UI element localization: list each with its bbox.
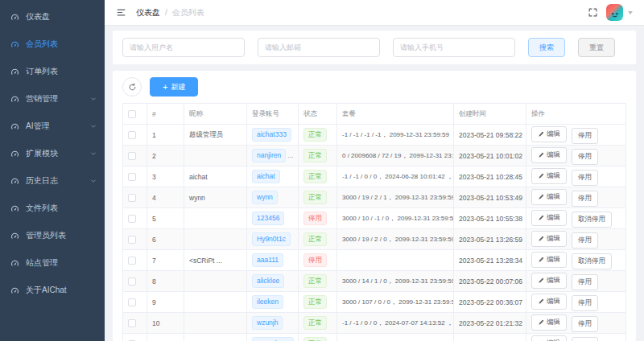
- chevron-down-icon[interactable]: [628, 11, 633, 14]
- row-actions-cell: 编辑 停用: [526, 334, 626, 341]
- status-badge: 正常: [303, 128, 327, 142]
- sidebar-item-label: 站点管理: [26, 257, 58, 269]
- reset-button[interactable]: 重置: [578, 38, 615, 57]
- toggle-status-button[interactable]: 停用: [572, 128, 598, 144]
- edit-button[interactable]: 编辑: [531, 210, 567, 226]
- sidebar-item-about[interactable]: 关于AIChat: [0, 277, 105, 304]
- row-account-cell: yangshanya: [247, 334, 299, 341]
- edit-button[interactable]: 编辑: [531, 252, 567, 268]
- table-card: + 新建 # 昵称 登录账号: [113, 71, 636, 341]
- sidebar-item-extensions[interactable]: 扩展模块: [0, 140, 105, 167]
- edit-button[interactable]: 编辑: [531, 168, 567, 184]
- phone-input[interactable]: [393, 38, 515, 57]
- edit-button[interactable]: 编辑: [531, 126, 567, 142]
- edit-button-label: 编辑: [547, 171, 560, 181]
- edit-button[interactable]: 编辑: [531, 231, 567, 247]
- toggle-status-button[interactable]: 停用: [572, 316, 598, 332]
- row-created-cell: 2023-05-22 00:36:07: [454, 292, 526, 313]
- sidebar-item-dashboard[interactable]: 仪表盘: [0, 3, 105, 31]
- table-row: 5 123456 停用 3000 / 10 / -1 / 0， 2099-12-…: [123, 208, 626, 229]
- sidebar-item-ai[interactable]: AI管理: [0, 113, 105, 140]
- members-table: # 昵称 登录账号 状态 套餐 创建时间 操作 1 超级管理员 aichat33…: [122, 103, 626, 341]
- sidebar-item-site[interactable]: 站点管理: [0, 249, 105, 277]
- edit-button-label: 编辑: [547, 213, 560, 223]
- sidebar-item-files[interactable]: 文件列表: [0, 195, 105, 222]
- breadcrumb-root[interactable]: 仪表盘: [136, 7, 160, 18]
- row-actions-cell: 编辑 取消停用: [526, 208, 626, 229]
- chevron-down-icon: [90, 123, 97, 129]
- email-input[interactable]: [258, 38, 380, 57]
- fullscreen-icon[interactable]: [588, 7, 598, 18]
- pencil-icon: [538, 319, 544, 326]
- sidebar-item-orders[interactable]: 订单列表: [0, 58, 105, 85]
- dashboard-gauge-icon: [10, 177, 19, 186]
- pencil-icon: [538, 257, 544, 263]
- row-created-cell: 2023-05-21 13:26:59: [454, 229, 526, 250]
- row-account-cell: ileeken: [247, 292, 299, 313]
- create-button[interactable]: + 新建: [150, 77, 198, 97]
- edit-button[interactable]: 编辑: [531, 314, 567, 331]
- search-button[interactable]: 搜索: [528, 38, 565, 57]
- edit-button[interactable]: 编辑: [531, 189, 567, 205]
- breadcrumb-current: 会员列表: [172, 7, 204, 18]
- row-nickname-cell: <sCRiPt ...: [184, 250, 247, 271]
- edit-button[interactable]: 编辑: [531, 335, 567, 341]
- toggle-status-button[interactable]: 取消停用: [572, 212, 612, 228]
- toggle-status-label: 取消停用: [578, 257, 605, 266]
- row-checkbox[interactable]: [128, 131, 136, 139]
- toggle-status-button[interactable]: 停用: [572, 170, 598, 186]
- sidebar-item-admins[interactable]: 管理员列表: [0, 222, 105, 249]
- edit-button[interactable]: 编辑: [531, 294, 567, 310]
- username-input[interactable]: [122, 38, 245, 57]
- refresh-button[interactable]: [122, 77, 142, 97]
- dashboard-gauge-icon: [10, 150, 19, 158]
- pencil-icon: [538, 236, 544, 242]
- col-created: 创建时间: [454, 104, 526, 125]
- avatar[interactable]: [606, 4, 623, 21]
- toggle-status-button[interactable]: 停用: [572, 295, 598, 311]
- row-checkbox[interactable]: [128, 319, 136, 327]
- select-all-checkbox[interactable]: [128, 110, 136, 118]
- row-checkbox[interactable]: [128, 152, 136, 160]
- menu-fold-icon[interactable]: [116, 7, 126, 18]
- account-tag: 123456: [252, 212, 284, 225]
- toggle-status-button[interactable]: 停用: [572, 274, 598, 290]
- table-row: 9 ileeken 正常 3000 / 107 / 0 / 0， 2099-12…: [123, 292, 626, 313]
- row-checkbox[interactable]: [128, 277, 136, 286]
- sidebar-item-marketing[interactable]: 营销管理: [0, 85, 105, 113]
- toggle-status-button[interactable]: 停用: [572, 191, 598, 207]
- account-tag: alicklee: [252, 274, 284, 288]
- sidebar-item-members[interactable]: 会员列表: [0, 31, 105, 58]
- row-select-cell: [123, 146, 147, 166]
- table-row: 11 yangsy112 yangshanya 正常 3000 / 16 / 2…: [123, 334, 626, 341]
- toggle-status-button[interactable]: 停用: [572, 232, 598, 249]
- edit-button[interactable]: 编辑: [531, 147, 567, 163]
- pencil-icon: [538, 173, 544, 179]
- account-tag: Hy9n0t1c: [252, 232, 291, 246]
- sidebar-item-history-logs[interactable]: 历史日志: [0, 167, 105, 195]
- status-badge: 正常: [303, 337, 327, 341]
- toggle-status-button[interactable]: 停用: [572, 337, 598, 341]
- toggle-status-button[interactable]: 取消停用: [572, 253, 612, 269]
- status-badge: 正常: [303, 170, 327, 183]
- row-checkbox[interactable]: [128, 236, 136, 244]
- row-account-cell: aaa111: [247, 250, 299, 271]
- dashboard-gauge-icon: [10, 13, 19, 22]
- edit-button[interactable]: 编辑: [531, 273, 567, 289]
- sidebar-item-label: 仪表盘: [26, 11, 50, 23]
- status-badge: 正常: [303, 316, 327, 330]
- row-checkbox[interactable]: [128, 215, 136, 223]
- toggle-status-button[interactable]: 停用: [572, 149, 598, 165]
- account-tag: aichat: [252, 170, 280, 183]
- row-checkbox[interactable]: [128, 194, 136, 202]
- toggle-status-label: 停用: [578, 319, 592, 329]
- edit-button-label: 编辑: [547, 234, 560, 244]
- row-checkbox[interactable]: [128, 173, 136, 181]
- table-toolbar: + 新建: [122, 77, 626, 97]
- row-select-cell: [123, 166, 147, 187]
- breadcrumb-separator: /: [165, 8, 167, 17]
- row-index-cell: 4: [147, 187, 184, 208]
- row-checkbox[interactable]: [128, 298, 136, 306]
- row-checkbox[interactable]: [128, 257, 136, 265]
- row-created-cell: 2023-05-21 09:58:22: [454, 125, 526, 146]
